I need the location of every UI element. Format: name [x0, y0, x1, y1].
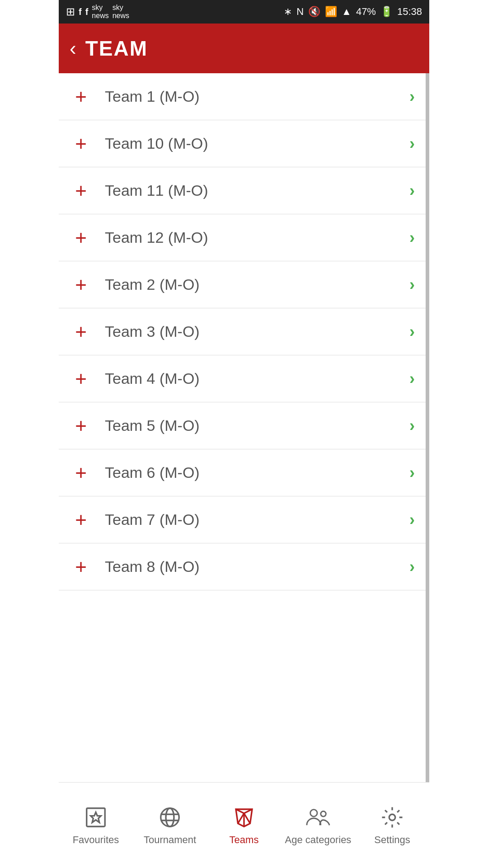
- team-name: Team 10 (M-O): [105, 135, 409, 152]
- facebook-icon-1: f: [79, 7, 82, 17]
- team-list: +Team 1 (M-O)›+Team 10 (M-O)›+Team 11 (M…: [59, 73, 429, 782]
- team-list-item[interactable]: +Team 5 (M-O)›: [59, 402, 426, 449]
- team-list-item[interactable]: +Team 7 (M-O)›: [59, 496, 426, 543]
- add-team-icon[interactable]: +: [70, 510, 92, 530]
- mute-icon: 🔇: [308, 6, 320, 18]
- team-list-item[interactable]: +Team 8 (M-O)›: [59, 543, 426, 590]
- team-list-item[interactable]: +Team 12 (M-O)›: [59, 214, 426, 261]
- add-team-icon[interactable]: +: [70, 369, 92, 389]
- add-team-icon[interactable]: +: [70, 275, 92, 295]
- team-name: Team 2 (M-O): [105, 276, 409, 293]
- team-list-item[interactable]: +Team 2 (M-O)›: [59, 261, 426, 308]
- add-team-icon[interactable]: +: [70, 463, 92, 483]
- add-team-icon[interactable]: +: [70, 181, 92, 201]
- battery-icon: 🔋: [380, 6, 393, 18]
- add-team-icon[interactable]: +: [70, 557, 92, 577]
- back-button[interactable]: ‹: [70, 37, 76, 60]
- add-team-icon[interactable]: +: [70, 134, 92, 154]
- chevron-right-icon: ›: [409, 557, 415, 576]
- team-list-item[interactable]: +Team 6 (M-O)›: [59, 449, 426, 496]
- facebook-icon-2: f: [85, 7, 89, 17]
- sky-news-icon-1: skynews: [92, 4, 108, 20]
- team-name: Team 3 (M-O): [105, 323, 409, 340]
- team-name: Team 4 (M-O): [105, 370, 409, 387]
- team-name: Team 5 (M-O): [105, 417, 409, 434]
- plus-status-icon: ⊞: [66, 5, 75, 18]
- chevron-right-icon: ›: [409, 416, 415, 435]
- status-bar-left: ⊞ f f skynews skynews: [66, 4, 129, 20]
- team-name: Team 6 (M-O): [105, 464, 409, 481]
- team-name: Team 8 (M-O): [105, 558, 409, 576]
- clock: 15:38: [397, 6, 422, 18]
- wifi-icon: 📶: [325, 6, 337, 18]
- chevron-right-icon: ›: [409, 463, 415, 482]
- add-team-icon[interactable]: +: [70, 228, 92, 248]
- status-bar-right: ∗ N 🔇 📶 ▲ 47% 🔋 15:38: [284, 6, 422, 18]
- team-name: Team 1 (M-O): [105, 88, 409, 105]
- battery-percent: 47%: [356, 6, 376, 18]
- team-list-item[interactable]: +Team 3 (M-O)›: [59, 308, 426, 355]
- chevron-right-icon: ›: [409, 322, 415, 341]
- status-bar: ⊞ f f skynews skynews ∗ N 🔇 📶 ▲ 47% 🔋 15…: [59, 0, 429, 24]
- bluetooth-icon: ∗: [284, 6, 292, 18]
- chevron-right-icon: ›: [409, 275, 415, 294]
- team-name: Team 11 (M-O): [105, 182, 409, 199]
- team-list-item[interactable]: +Team 4 (M-O)›: [59, 355, 426, 402]
- page-title: TEAM: [85, 36, 148, 61]
- team-name: Team 12 (M-O): [105, 229, 409, 246]
- add-team-icon[interactable]: +: [70, 416, 92, 436]
- chevron-right-icon: ›: [409, 181, 415, 200]
- sky-news-icon-2: skynews: [113, 4, 129, 20]
- add-team-icon[interactable]: +: [70, 87, 92, 107]
- team-list-item[interactable]: +Team 1 (M-O)›: [59, 73, 426, 120]
- chevron-right-icon: ›: [409, 87, 415, 106]
- chevron-right-icon: ›: [409, 228, 415, 247]
- add-team-icon[interactable]: +: [70, 322, 92, 342]
- chevron-right-icon: ›: [409, 510, 415, 529]
- team-list-item[interactable]: +Team 11 (M-O)›: [59, 167, 426, 214]
- chevron-right-icon: ›: [409, 369, 415, 388]
- team-name: Team 7 (M-O): [105, 511, 409, 528]
- app-header: ‹ TEAM: [59, 24, 429, 73]
- team-list-item[interactable]: +Team 10 (M-O)›: [59, 120, 426, 167]
- signal-icon: ▲: [342, 6, 352, 18]
- chevron-right-icon: ›: [409, 134, 415, 153]
- network-icon: N: [296, 6, 304, 18]
